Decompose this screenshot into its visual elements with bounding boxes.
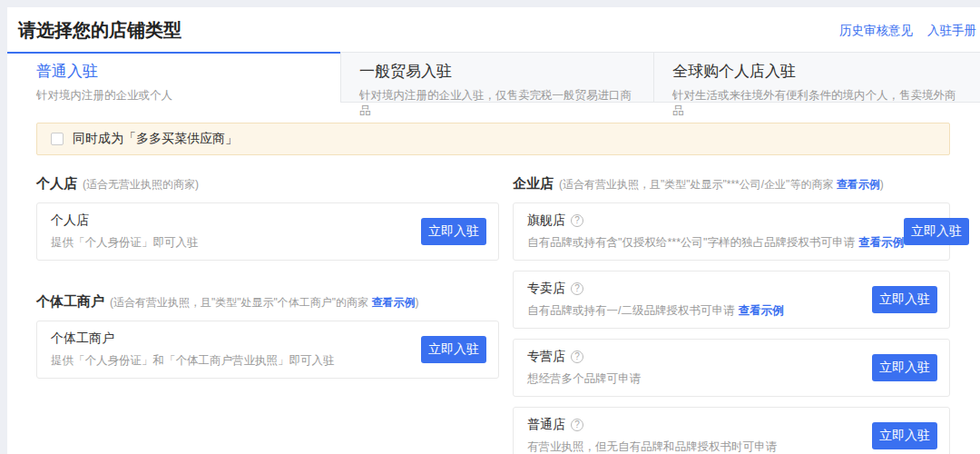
tab-desc: 针对生活或来往境外有便利条件的境内个人，售卖境外商品	[672, 88, 962, 119]
card-exclusive-store: 专卖店 ? 自有品牌或持有一/二级品牌授权书可申请查看示例 立即入驻	[513, 271, 950, 329]
history-review-link[interactable]: 历史审核意见	[839, 23, 913, 39]
card-desc: 提供「个人身份证」和「个体工商户营业执照」即可入驻	[51, 353, 335, 369]
tab-label: 全球购个人店入驻	[672, 61, 962, 82]
help-icon[interactable]: ?	[571, 419, 583, 431]
card-info: 专卖店 ? 自有品牌或持有一/二级品牌授权书可申请查看示例	[527, 281, 783, 319]
tab-content: 同时成为「多多买菜供应商」 个人店 (适合无营业执照的商家) 个人店 提供「个人…	[7, 103, 980, 454]
enter-now-button[interactable]: 立即入驻	[421, 218, 486, 245]
page-header: 请选择您的店铺类型 历史审核意见 入驻手册	[7, 7, 980, 52]
section-note: (适合有营业执照，且"类型"处显示"个体工商户"的商家 查看示例)	[110, 295, 418, 311]
section-note: (适合有营业执照，且"类型"处显示"***公司/企业"等的商家 查看示例)	[559, 177, 884, 192]
card-title: 旗舰店	[527, 212, 565, 229]
view-example-link[interactable]: 查看示例	[837, 178, 880, 191]
supplier-checkbox[interactable]	[51, 133, 64, 145]
store-type-page: 请选择您的店铺类型 历史审核意见 入驻手册 普通入驻 针对境内注册的企业或个人 …	[7, 7, 980, 454]
tab-desc: 针对境内注册的企业或个人	[36, 88, 322, 104]
tab-general-trade-entry[interactable]: 一般贸易入驻 针对境内注册的企业入驻，仅售卖完税一般贸易进口商品	[340, 52, 653, 103]
view-example-link[interactable]: 查看示例	[738, 304, 783, 317]
card-info: 专营店 ? 想经营多个品牌可申请	[527, 349, 641, 387]
note-text: (适合有营业执照，且"类型"处显示"个体工商户"的商家	[110, 296, 368, 309]
card-title: 个人店	[51, 212, 199, 229]
card-title: 个体工商户	[51, 331, 335, 347]
tab-normal-entry[interactable]: 普通入驻 针对境内注册的企业或个人	[7, 52, 340, 103]
enterprise-store-section-head: 企业店 (适合有营业执照，且"类型"处显示"***公司/企业"等的商家 查看示例…	[513, 175, 950, 192]
duoduo-supplier-banner: 同时成为「多多买菜供应商」	[36, 123, 950, 155]
help-icon[interactable]: ?	[571, 282, 583, 295]
enter-now-button[interactable]: 立即入驻	[904, 218, 969, 245]
card-personal-store: 个人店 提供「个人身份证」即可入驻 立即入驻	[36, 202, 499, 261]
view-example-link[interactable]: 查看示例	[371, 296, 415, 309]
card-info: 个体工商户 提供「个人身份证」和「个体工商户营业执照」即可入驻	[51, 331, 335, 369]
store-type-columns: 个人店 (适合无营业执照的商家) 个人店 提供「个人身份证」即可入驻 立即入驻 …	[36, 175, 950, 454]
section-title: 个人店	[36, 175, 77, 192]
card-info: 个人店 提供「个人身份证」即可入驻	[51, 212, 199, 251]
card-desc: 有营业执照，但无自有品牌和品牌授权书时可申请	[527, 439, 777, 454]
tab-label: 一般贸易入驻	[359, 61, 635, 82]
card-info: 旗舰店 ? 自有品牌或持有含"仅授权给***公司"字样的独占品牌授权书可申请查看…	[527, 212, 904, 251]
card-title: 专营店	[527, 349, 565, 365]
help-icon[interactable]: ?	[571, 350, 583, 363]
card-specialty-store: 专营店 ? 想经营多个品牌可申请 立即入驻	[513, 339, 950, 397]
tab-label: 普通入驻	[36, 61, 322, 82]
help-icon[interactable]: ?	[571, 214, 583, 227]
card-individual-business: 个体工商户 提供「个人身份证」和「个体工商户营业执照」即可入驻 立即入驻	[36, 321, 499, 379]
individual-business-section-head: 个体工商户 (适合有营业执照，且"类型"处显示"个体工商户"的商家 查看示例)	[36, 293, 499, 311]
top-margin-strip	[0, 0, 980, 7]
personal-column: 个人店 (适合无营业执照的商家) 个人店 提供「个人身份证」即可入驻 立即入驻 …	[36, 175, 499, 454]
enterprise-column: 企业店 (适合有营业执照，且"类型"处显示"***公司/企业"等的商家 查看示例…	[513, 175, 950, 454]
card-desc: 自有品牌或持有含"仅授权给***公司"字样的独占品牌授权书可申请	[527, 236, 855, 249]
enter-now-button[interactable]: 立即入驻	[421, 336, 486, 363]
card-title: 普通店	[527, 417, 565, 433]
view-example-link[interactable]: 查看示例	[858, 236, 904, 249]
card-desc: 想经营多个品牌可申请	[527, 371, 641, 387]
enter-now-button[interactable]: 立即入驻	[872, 354, 937, 381]
card-desc: 自有品牌或持有一/二级品牌授权书可申请	[527, 304, 734, 317]
personal-store-section-head: 个人店 (适合无营业执照的商家)	[36, 175, 499, 192]
enter-now-button[interactable]: 立即入驻	[872, 286, 937, 313]
card-flagship-store: 旗舰店 ? 自有品牌或持有含"仅授权给***公司"字样的独占品牌授权书可申请查看…	[513, 202, 950, 261]
card-desc: 提供「个人身份证」即可入驻	[51, 235, 199, 251]
left-margin-strip	[0, 0, 7, 454]
note-text: (适合有营业执照，且"类型"处显示"***公司/企业"等的商家	[559, 178, 833, 191]
card-info: 普通店 ? 有营业执照，但无自有品牌和品牌授权书时可申请	[527, 417, 777, 454]
note-close: )	[415, 296, 418, 309]
section-title: 个体工商户	[36, 293, 104, 311]
tab-desc: 针对境内注册的企业入驻，仅售卖完税一般贸易进口商品	[359, 88, 635, 119]
enter-now-button[interactable]: 立即入驻	[872, 422, 937, 449]
entry-type-tabs: 普通入驻 针对境内注册的企业或个人 一般贸易入驻 针对境内注册的企业入驻，仅售卖…	[7, 52, 980, 103]
header-links: 历史审核意见 入驻手册	[839, 23, 976, 39]
section-title: 企业店	[513, 175, 554, 192]
card-title: 专卖店	[527, 281, 565, 297]
tab-global-personal-entry[interactable]: 全球购个人店入驻 针对生活或来往境外有便利条件的境内个人，售卖境外商品	[653, 52, 980, 103]
entry-manual-link[interactable]: 入驻手册	[927, 23, 976, 39]
supplier-checkbox-label: 同时成为「多多买菜供应商」	[73, 131, 238, 147]
note-close: )	[880, 178, 884, 191]
card-ordinary-store: 普通店 ? 有营业执照，但无自有品牌和品牌授权书时可申请 立即入驻	[513, 407, 950, 454]
page-title: 请选择您的店铺类型	[18, 18, 181, 43]
section-note: (适合无营业执照的商家)	[83, 177, 199, 192]
